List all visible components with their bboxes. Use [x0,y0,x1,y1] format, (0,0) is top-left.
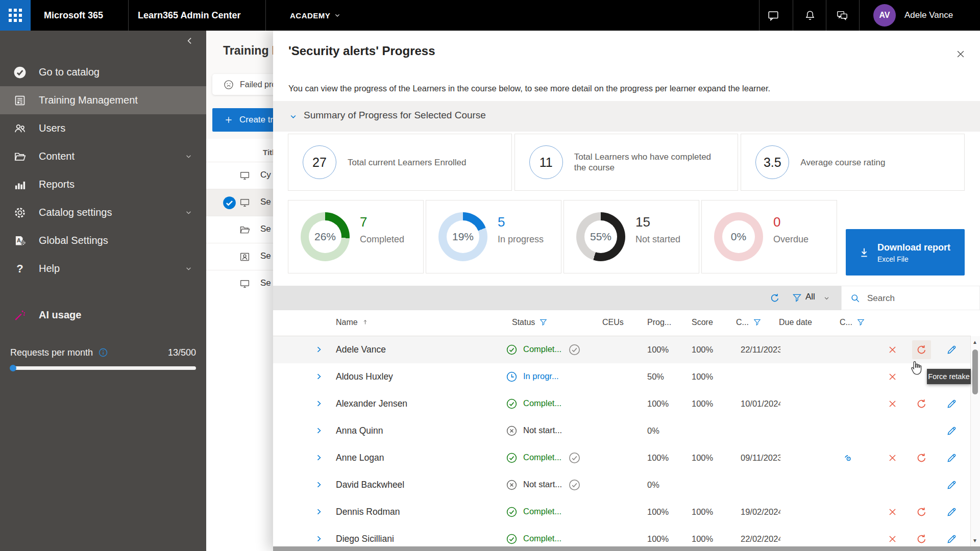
chat-icon[interactable] [767,9,779,21]
training-title: Cy [260,170,271,180]
edit-learner-icon[interactable] [946,506,958,518]
sidebar-item-help[interactable]: ?Help [0,255,206,283]
training-row[interactable]: Se [206,243,273,270]
scroll-up-arrow[interactable]: ▲ [972,339,977,345]
sidebar-collapse-button[interactable] [185,36,195,46]
donut-count: 5 [498,214,505,230]
filter-icon[interactable] [792,292,802,303]
status-label: Not start... [523,480,562,489]
filter-icon[interactable] [856,318,865,327]
sidebar-item-catalog-settings[interactable]: Catalog settings [0,198,206,227]
learner-row[interactable]: Diego SicillianiComplet...100%100%22/02/… [273,525,971,546]
column-header-certificates[interactable]: C... [840,318,865,327]
expand-row-icon[interactable] [314,507,324,517]
sidebar-item-users[interactable]: Users [0,114,206,142]
remove-learner-icon[interactable] [887,344,898,356]
close-icon[interactable] [955,49,966,59]
brand-link[interactable]: Microsoft 365 [44,0,103,31]
sidebar-item-label: Users [39,122,65,134]
expand-row-icon[interactable] [314,480,324,490]
force-retake-icon[interactable] [916,344,927,356]
title-column-header[interactable]: Titl [263,148,273,157]
remove-learner-icon[interactable] [887,533,898,545]
expand-row-icon[interactable] [314,453,324,463]
remove-learner-icon[interactable] [887,398,898,410]
training-row[interactable]: Se [206,270,273,297]
filter-icon[interactable] [539,318,548,327]
failed-processing-card[interactable]: Failed pro [212,74,273,95]
edit-learner-icon[interactable] [946,452,958,464]
learner-row[interactable]: Dennis RodmanComplet...100%100%19/02/202… [273,498,971,526]
sidebar-item-content[interactable]: Content [0,142,206,170]
edit-learner-icon[interactable] [946,425,958,437]
learner-row[interactable]: David BackwheelNot start...0% [273,471,971,499]
filter-dropdown[interactable]: All [805,292,815,302]
view-certificate-icon[interactable] [842,452,854,464]
force-retake-icon[interactable] [916,506,927,518]
bell-icon[interactable] [804,9,816,21]
force-retake-icon[interactable] [916,452,927,464]
top-bar: Microsoft 365 Learn365 Admin Center ACAD… [0,0,980,31]
expand-row-icon[interactable] [314,371,324,382]
refresh-icon[interactable] [769,292,780,304]
edit-learner-icon[interactable] [946,398,958,410]
approved-check-icon [568,479,581,491]
edit-learner-icon[interactable] [946,533,958,545]
create-training-button[interactable]: Create tra [212,108,273,132]
sidebar-item-global-settings[interactable]: AGlobal Settings [0,227,206,255]
learner-row[interactable]: Alexander JensenComplet...100%100%10/01/… [273,390,971,418]
search-input[interactable] [866,286,980,311]
expand-row-icon[interactable] [314,534,324,544]
training-row[interactable]: Se [206,189,273,216]
edit-learner-icon[interactable] [946,479,958,491]
learner-row[interactable]: Anna QuinnNot start...0% [273,417,971,445]
remove-learner-icon[interactable] [887,371,898,383]
column-header-score[interactable]: Score [692,318,713,327]
sidebar-item-ai-usage[interactable]: AI usage [0,301,206,329]
column-header-progress[interactable]: Prog... [647,318,671,327]
app-title[interactable]: Learn365 Admin Center [138,0,240,31]
info-icon[interactable] [98,347,108,358]
edit-learner-icon[interactable] [946,344,958,356]
expand-row-icon[interactable] [314,344,324,355]
learner-row[interactable]: Anne LoganComplet...100%100%09/11/2023 [273,444,971,472]
summary-section-toggle[interactable]: Summary of Progress for Selected Course [273,101,980,132]
gear-icon [13,206,27,219]
svg-text:A: A [17,237,21,243]
avatar[interactable]: AV [873,4,896,27]
score-value: 100% [692,534,713,544]
chevron-down-icon[interactable] [823,294,830,302]
tenant-dropdown[interactable]: ACADEMY [290,0,341,31]
filter-icon[interactable] [753,318,762,327]
sidebar-item-training-management[interactable]: Training Management [0,86,206,114]
training-row[interactable]: Cy [206,162,273,189]
remove-learner-icon[interactable] [887,506,898,518]
column-header-ceus[interactable]: CEUs [602,318,624,327]
sidebar-item-go-to-catalog[interactable]: Go to catalog [0,58,206,86]
column-header-completed-date[interactable]: C... [736,318,762,327]
completed-date: 10/01/2024 [741,399,780,409]
donut-label: Not started [635,234,680,245]
force-retake-icon[interactable] [916,533,927,545]
horizontal-scrollbar[interactable] [273,546,980,551]
expand-row-icon[interactable] [314,398,324,409]
donut-card-overdue: 0%0Overdue [701,200,837,273]
app-launcher-button[interactable] [0,0,31,31]
learner-row[interactable]: Adele VanceComplet...100%100%22/11/2023 [273,336,971,364]
column-header-status[interactable]: Status [512,318,548,327]
scrollbar-thumb[interactable] [972,349,978,394]
expand-row-icon[interactable] [314,425,324,436]
learner-name: Dennis Rodman [336,507,400,517]
scroll-down-arrow[interactable]: ▼ [972,538,977,543]
vertical-scrollbar[interactable]: ▲ ▼ [970,336,980,546]
learner-row[interactable]: Aldous HuxleyIn progr...50%100% [273,363,971,391]
sidebar-item-reports[interactable]: Reports [0,170,206,198]
column-header-name[interactable]: Name [336,318,369,327]
force-retake-icon[interactable] [916,398,927,410]
column-header-due-date[interactable]: Due date [779,318,812,327]
download-report-button[interactable]: Download report Excel File [846,229,965,276]
feedback-icon[interactable] [836,9,848,21]
remove-learner-icon[interactable] [887,452,898,464]
training-row[interactable]: Se [206,216,273,243]
monitor-icon [239,170,251,182]
